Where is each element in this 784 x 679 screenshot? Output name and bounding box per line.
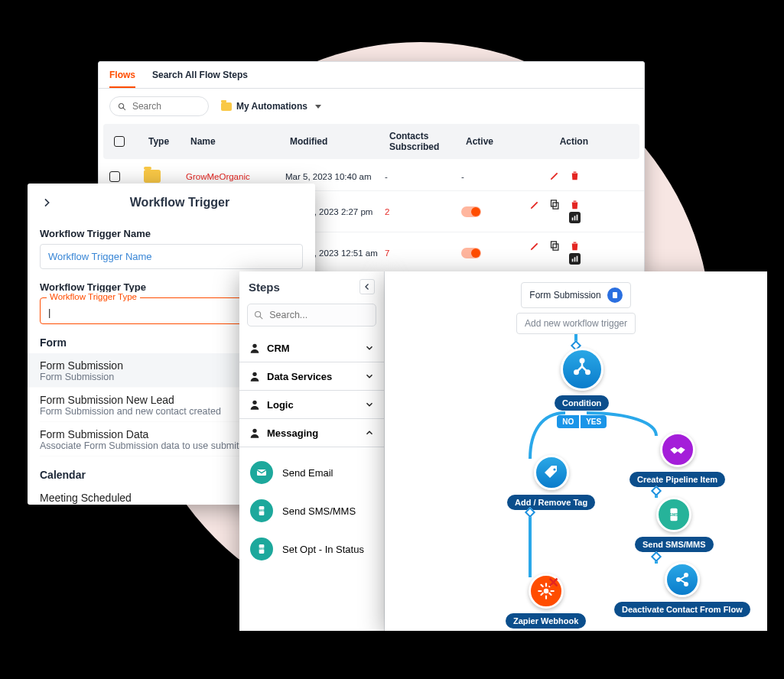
chevron-down-icon [364,371,375,382]
trash-icon[interactable] [569,240,581,252]
mail-icon [250,461,273,484]
chevron-left-icon [363,282,372,291]
tab-flows[interactable]: Flows [109,70,135,88]
sms-icon: SMS [250,538,273,560]
collapse-steps-button[interactable] [359,279,375,294]
step-label: Send SMS/MMS [282,505,356,517]
svg-text:SMS: SMS [669,512,678,517]
edit-icon[interactable] [529,240,541,252]
tag-icon [534,455,569,490]
steps-category-data-services[interactable]: Data Services [239,362,384,391]
row-name-link[interactable]: GrowMeOrganic [186,172,285,181]
delete-node-icon[interactable]: ✕ [548,574,559,591]
svg-point-31 [586,371,590,375]
chevron-down-icon [364,343,375,353]
svg-rect-35 [545,595,547,599]
select-all-checkbox[interactable] [114,136,125,147]
node-label: Send SMS/MMS [635,537,714,552]
node-label: Deactivate Contact From Flow [614,602,750,617]
step-send-sms[interactable]: SMS Send SMS/MMS [239,492,384,530]
trigger-type-legend: Workflow Trigger Type [47,292,140,301]
handshake-icon [660,432,695,467]
node-create-pipeline[interactable]: Create Pipeline Item [629,432,725,487]
svg-line-1 [123,107,125,109]
condition-icon [561,348,603,391]
add-workflow-trigger-button[interactable]: Add new workflow trigger [516,313,636,334]
branch-yes[interactable]: YES [581,415,607,428]
folder-selection[interactable]: My Automations [221,101,321,112]
folder-icon [221,102,232,111]
chevron-right-icon [41,197,53,209]
stats-icon[interactable] [569,253,581,265]
node-deactivate-contact[interactable]: Deactivate Contact From Flow [614,562,750,617]
row-contacts: 2 [385,207,461,216]
svg-point-0 [119,103,123,108]
category-label: CRM [267,343,290,354]
column-active: Active [466,136,527,147]
steps-category-crm[interactable]: CRM [239,334,384,362]
row-checkbox[interactable] [109,171,120,182]
trigger-name-label: Workflow Trigger Name [40,228,303,239]
folder-icon [144,170,161,183]
trigger-name-input[interactable] [40,244,303,269]
edit-icon[interactable] [529,199,541,210]
folder-name: My Automations [236,101,307,112]
category-label: Data Services [267,371,332,382]
steps-search-box[interactable] [247,304,376,327]
workflow-canvas[interactable]: Form Submission Add new workflow trigger… [385,271,767,631]
svg-rect-10 [574,257,576,262]
column-type: Type [148,136,190,147]
stats-icon[interactable] [569,212,581,223]
node-label: Condition [555,395,609,411]
svg-rect-5 [574,216,576,220]
flows-search-box[interactable] [109,96,209,116]
step-set-opt-in[interactable]: SMS Set Opt - In Status [239,530,384,568]
node-send-sms[interactable]: SMS Send SMS/MMS [635,497,714,552]
copy-icon[interactable] [549,199,561,210]
node-add-remove-tag[interactable]: Add / Remove Tag [507,455,595,510]
flows-search-input[interactable] [131,100,200,112]
svg-line-18 [260,317,263,320]
edit-icon[interactable] [549,170,561,181]
form-icon [607,288,623,303]
svg-rect-48 [679,579,686,583]
svg-rect-9 [572,259,574,262]
trash-icon[interactable] [569,199,581,210]
svg-rect-8 [551,242,556,248]
row-active: - [461,172,522,181]
category-label: Logic [267,399,294,411]
panel-title: Workflow Trigger [55,196,304,210]
copy-icon[interactable] [549,240,561,252]
steps-category-messaging[interactable]: Messaging [239,419,384,447]
share-icon [665,562,700,597]
connector-diamond [651,486,662,496]
steps-panel: Steps CRM Data Services Logic Messaging [239,271,385,631]
back-button[interactable] [38,194,55,211]
active-toggle[interactable] [461,206,481,217]
svg-rect-36 [538,590,542,592]
person-icon [249,427,261,439]
chevron-up-icon [364,427,375,438]
step-send-email[interactable]: Send Email [239,453,384,492]
steps-title: Steps [249,281,280,294]
category-label: Messaging [267,427,318,439]
connector-diamond [651,551,662,562]
svg-text:SMS: SMS [259,508,265,512]
search-icon [118,102,126,112]
tab-search-all-steps[interactable]: Search All Flow Steps [152,70,248,88]
column-action: Action [527,136,588,147]
steps-category-logic[interactable]: Logic [239,391,384,419]
node-zapier-webhook[interactable]: Zapier Webhook [506,573,586,629]
active-toggle[interactable] [461,248,481,258]
row-modified: Mar 5, 2023 10:40 am [285,172,385,181]
column-contacts: Contacts Subscribed [389,131,466,152]
svg-rect-7 [553,244,558,250]
svg-rect-4 [572,218,574,221]
trash-icon[interactable] [569,170,581,181]
node-condition[interactable]: Condition NO YES [555,348,609,428]
branch-no[interactable]: NO [557,415,579,428]
steps-search-input[interactable] [268,309,369,321]
column-modified: Modified [290,136,389,147]
trigger-chip[interactable]: Form Submission [521,282,630,308]
search-icon [254,310,263,320]
